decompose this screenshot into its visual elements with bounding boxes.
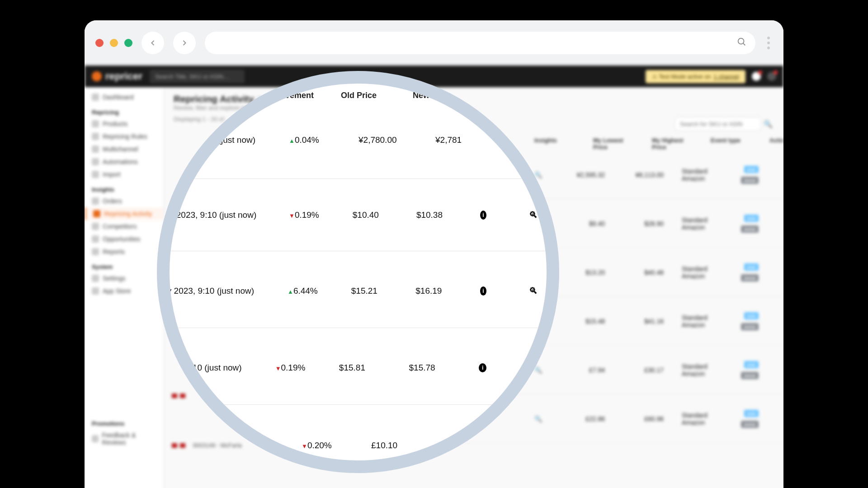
flag-indicator: [172, 394, 185, 398]
old-price: £10.10: [371, 441, 415, 450]
chat-icon[interactable]: [767, 72, 776, 81]
new-price: $15.78: [409, 363, 446, 373]
magnifier-icon[interactable]: 🔍: [534, 171, 546, 178]
banner-text: ⚠ Test Mode active on: [652, 73, 711, 80]
th-event-type: Event type: [711, 137, 751, 150]
sidebar-item-products[interactable]: Products: [85, 117, 163, 130]
browser-chrome: [85, 20, 783, 66]
sidebar-item-automations[interactable]: Automations: [85, 155, 163, 168]
rules-icon: [92, 133, 99, 140]
sidebar: Dashboard Repricing Products Repricing R…: [85, 87, 164, 488]
old-price: ¥2,780.00: [359, 135, 402, 145]
th-lowest: My Lowest Price: [593, 137, 634, 150]
sidebar-item-opportunities[interactable]: Opportunities: [85, 233, 163, 245]
movement-value: ▲6.44%: [288, 286, 318, 296]
sidebar-item-repricing-activity[interactable]: Repricing Activity: [85, 207, 163, 220]
browser-window: repricer Search Title, SKU or ASIN… ⚠ Te…: [85, 20, 783, 488]
new-price: ¥2,781: [435, 135, 479, 145]
address-bar[interactable]: [205, 32, 755, 54]
th-old-price: Old Price: [341, 91, 377, 100]
app-viewport: repricer Search Title, SKU or ASIN… ⚠ Te…: [85, 66, 783, 488]
arrow-up-icon: ▲: [288, 288, 293, 295]
search-icon: [736, 37, 746, 49]
old-price: $10.40: [353, 210, 383, 220]
close-window-button[interactable]: [95, 39, 104, 47]
old-price: $15.81: [339, 363, 376, 373]
box-icon: [92, 120, 99, 127]
th-highest: My Highest Price: [652, 137, 693, 150]
movement-value: ▼0.19%: [289, 210, 319, 220]
appstore-icon: [92, 287, 99, 295]
forward-button[interactable]: [173, 32, 196, 54]
sidebar-item-multichannel[interactable]: Multichannel: [85, 143, 163, 155]
global-search-placeholder: Search Title, SKU or ASIN…: [155, 73, 229, 80]
lens-row: 0 (just now) ▲0.04% ¥2,780.00 ¥2,781 i: [170, 135, 547, 145]
sidebar-heading-repricing: Repricing: [85, 103, 163, 117]
competitors-icon: [92, 223, 99, 230]
th-insights: Insights: [534, 137, 575, 150]
movement-value: ▲0.04%: [289, 135, 325, 145]
arrow-down-icon: ▼: [302, 443, 307, 450]
th-actions: Actions: [769, 137, 783, 150]
window-controls: [95, 39, 132, 47]
info-icon[interactable]: i: [479, 363, 486, 372]
minimize-window-button[interactable]: [110, 39, 118, 47]
sidebar-item-appstore[interactable]: App Store: [85, 285, 163, 297]
time-label: lay 2023, 9:10 (just now): [160, 286, 254, 296]
opportunities-icon: [92, 235, 99, 243]
sku-label: 3003149 - McFarla: [172, 442, 242, 449]
sidebar-heading-system: System: [85, 258, 163, 272]
back-button[interactable]: [142, 32, 164, 54]
browser-menu-button[interactable]: [764, 37, 773, 49]
lens-row: 3, 9:10 (just now) ▼0.19% $15.81 $15.78 …: [170, 363, 547, 373]
sidebar-item-settings[interactable]: Settings: [85, 272, 163, 285]
sidebar-heading-promotions: Promotions: [85, 415, 163, 429]
svg-point-0: [738, 38, 744, 44]
gear-icon: [92, 275, 99, 282]
magnifier-lens: Movement Old Price New Price 0 (just now…: [157, 71, 559, 473]
info-icon[interactable]: i: [480, 286, 486, 296]
new-price: $10.38: [416, 210, 447, 220]
tag: ●●●●: [741, 177, 759, 184]
sidebar-item-feedback[interactable]: Feedback & Reviews: [85, 429, 163, 449]
refresh-icon: [92, 158, 99, 165]
th-movement: Movement: [274, 91, 314, 100]
app-topbar: repricer Search Title, SKU or ASIN… ⚠ Te…: [85, 66, 783, 87]
activity-icon: [93, 210, 100, 217]
search-icon[interactable]: 🔍: [764, 120, 773, 128]
arrow-down-icon: ▼: [289, 212, 295, 219]
channels-icon: [92, 145, 99, 153]
banner-link[interactable]: 1 channel: [714, 73, 739, 80]
sidebar-item-reports[interactable]: Reports: [85, 245, 163, 258]
th-new-price: New Price: [413, 91, 452, 100]
tag: ●●●: [744, 166, 759, 173]
sidebar-item-import[interactable]: Import: [85, 168, 163, 181]
arrow-down-icon: ▼: [275, 365, 281, 372]
info-icon[interactable]: i: [480, 211, 486, 220]
movement-value: ▼0.19%: [275, 363, 306, 373]
svg-line-1: [743, 43, 745, 45]
sidebar-item-competitors[interactable]: Competitors: [85, 220, 163, 233]
test-mode-banner[interactable]: ⚠ Test Mode active on 1 channel: [646, 70, 745, 83]
global-search-input[interactable]: Search Title, SKU or ASIN…: [150, 70, 245, 83]
time-label: y 2023, 9:10 (just now): [170, 210, 255, 220]
brand-logo-icon: [92, 71, 102, 81]
brand-name: repricer: [105, 70, 142, 82]
sidebar-item-orders[interactable]: Orders: [85, 195, 163, 207]
arrow-up-icon: ▲: [289, 137, 295, 144]
maximize-window-button[interactable]: [124, 39, 132, 47]
movement-value: ▼0.20%: [302, 441, 338, 450]
sidebar-item-repricing-rules[interactable]: Repricing Rules: [85, 130, 163, 143]
brand: repricer: [92, 70, 142, 82]
lens-row: y 2023, 9:10 (just now) ▼0.19% $10.40 $1…: [170, 210, 547, 220]
page-search[interactable]: 🔍: [675, 117, 773, 131]
star-icon: [92, 435, 99, 442]
page-search-input[interactable]: [675, 117, 761, 131]
sidebar-item-dashboard[interactable]: Dashboard: [85, 91, 163, 103]
notifications-icon[interactable]: [752, 72, 761, 81]
reports-icon: [92, 248, 99, 255]
import-icon: [92, 171, 99, 178]
magnifier-icon[interactable]: 🔍︎: [529, 286, 538, 296]
lens-row: lay 2023, 9:10 (just now) ▲6.44% $15.21 …: [170, 286, 547, 296]
magnifier-icon[interactable]: 🔍︎: [529, 210, 538, 220]
